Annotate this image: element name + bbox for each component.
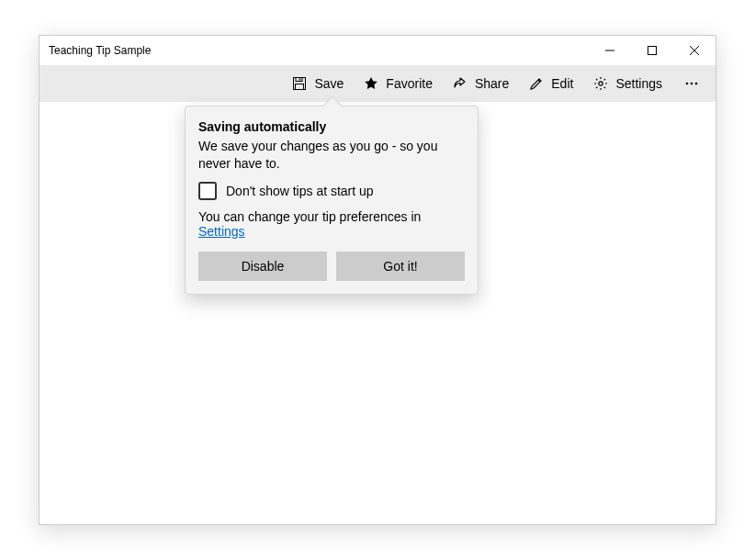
maximize-button[interactable] xyxy=(631,36,673,65)
content-area: Saving automatically We save your change… xyxy=(39,102,716,524)
favorite-button[interactable]: Favorite xyxy=(355,69,442,98)
disable-button[interactable]: Disable xyxy=(198,252,327,281)
save-button-label: Save xyxy=(314,76,344,91)
share-button-label: Share xyxy=(475,76,509,91)
dont-show-checkbox-label: Don't show tips at start up xyxy=(226,184,374,198)
teaching-tip-footer-text: You can change your tip preferences in xyxy=(198,209,421,224)
svg-rect-6 xyxy=(296,84,304,90)
settings-button-label: Settings xyxy=(615,76,662,91)
favorite-button-label: Favorite xyxy=(386,76,433,91)
teaching-tip-checkbox-row: Don't show tips at start up xyxy=(198,182,465,200)
command-bar: Save Favorite Share Edit Settings xyxy=(39,65,716,102)
save-icon xyxy=(292,76,307,91)
titlebar-controls xyxy=(589,36,716,65)
teaching-tip: Saving automatically We save your change… xyxy=(185,106,479,295)
svg-point-12 xyxy=(695,83,698,85)
more-icon xyxy=(684,76,699,91)
edit-button-label: Edit xyxy=(551,76,573,91)
svg-rect-5 xyxy=(296,78,302,82)
share-icon xyxy=(453,76,468,91)
share-button[interactable]: Share xyxy=(444,69,518,98)
dont-show-checkbox[interactable] xyxy=(198,182,217,200)
settings-button[interactable]: Settings xyxy=(584,69,671,98)
gear-icon xyxy=(593,76,608,91)
window-title: Teaching Tip Sample xyxy=(49,44,151,57)
teaching-tip-settings-link[interactable]: Settings xyxy=(198,224,245,239)
teaching-tip-subtitle: We save your changes as you go - so you … xyxy=(198,138,465,173)
teaching-tip-footer: You can change your tip preferences in S… xyxy=(198,209,465,239)
minimize-icon xyxy=(605,46,614,55)
titlebar: Teaching Tip Sample xyxy=(39,36,716,65)
svg-rect-1 xyxy=(648,47,657,55)
svg-point-11 xyxy=(691,83,693,85)
more-button[interactable] xyxy=(673,69,710,98)
close-icon xyxy=(690,46,699,55)
star-icon xyxy=(364,76,378,91)
save-button[interactable]: Save xyxy=(283,69,353,98)
teaching-tip-title: Saving automatically xyxy=(198,119,465,134)
got-it-button[interactable]: Got it! xyxy=(336,252,465,281)
minimize-button[interactable] xyxy=(589,36,631,65)
close-button[interactable] xyxy=(673,36,716,65)
edit-button[interactable]: Edit xyxy=(520,69,582,98)
svg-point-10 xyxy=(686,83,689,85)
teaching-tip-button-row: Disable Got it! xyxy=(198,252,465,281)
maximize-icon xyxy=(648,46,657,55)
svg-point-9 xyxy=(599,82,603,85)
edit-icon xyxy=(529,76,544,91)
app-window: Teaching Tip Sample xyxy=(39,35,716,525)
